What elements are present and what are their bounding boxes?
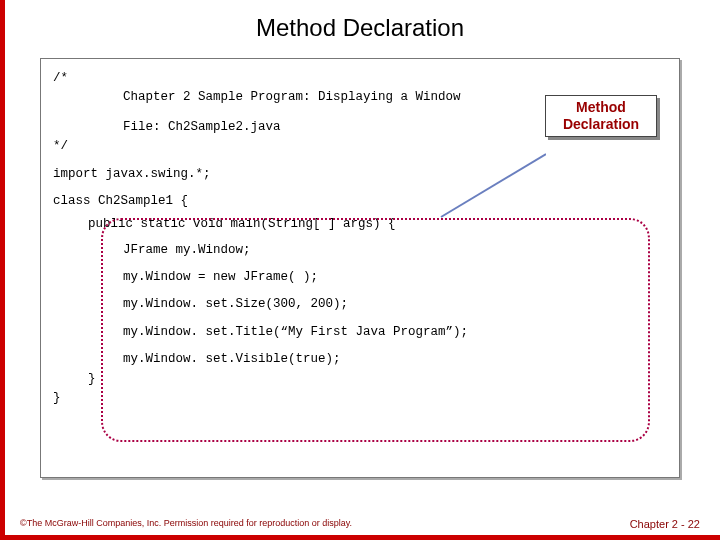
callout-line-2: Declaration — [563, 116, 639, 132]
page-title: Method Declaration — [0, 0, 720, 48]
code-line-5: my.Window. set.Visible(true); — [53, 350, 667, 369]
import-line: import javax.swing.*; — [53, 165, 667, 184]
copyright-text: ©The McGraw-Hill Companies, Inc. Permiss… — [20, 518, 352, 530]
comment-close: */ — [53, 137, 667, 156]
page-number: Chapter 2 - 22 — [630, 518, 700, 530]
comment-open: /* — [53, 69, 68, 88]
callout-label: Method Declaration — [545, 95, 657, 137]
accent-bar-left — [0, 0, 5, 540]
code-line-3: my.Window. set.Size(300, 200); — [53, 295, 667, 314]
callout-connector — [436, 129, 546, 219]
class-decl: class Ch2Sample1 { — [53, 192, 667, 211]
close-brace-2: } — [53, 389, 667, 408]
code-frame: /* Chapter 2 Sample Program: Displaying … — [40, 58, 680, 478]
comment-line-2: File: Ch2Sample2.java — [53, 118, 281, 137]
code-line-2: my.Window = new JFrame( ); — [53, 268, 667, 287]
main-signature: public static void main(String[ ] args) … — [53, 215, 667, 234]
accent-bar-bottom — [0, 535, 720, 540]
close-brace-1: } — [53, 370, 667, 389]
svg-line-0 — [441, 154, 546, 217]
footer: ©The McGraw-Hill Companies, Inc. Permiss… — [20, 518, 700, 530]
code-line-4: my.Window. set.Title(“My First Java Prog… — [53, 323, 667, 342]
code-line-1: JFrame my.Window; — [53, 241, 667, 260]
callout-line-1: Method — [576, 99, 626, 115]
